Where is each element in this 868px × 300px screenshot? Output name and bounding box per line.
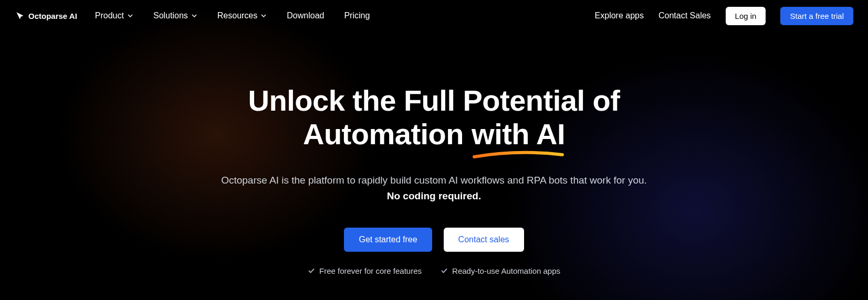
feature-label: Ready-to-use Automation apps [452, 266, 560, 275]
site-header: Octoparse AI Product Solutions Resources… [0, 0, 868, 31]
hero-subtitle-line2: No coding required. [387, 190, 481, 201]
feature-item: Ready-to-use Automation apps [441, 266, 560, 275]
underline-icon [472, 151, 565, 159]
hero-subtitle-line1: Octoparse AI is the platform to rapidly … [221, 175, 647, 186]
nav-item-resources[interactable]: Resources [217, 11, 267, 20]
hero-title-line2-prefix: Automation [303, 117, 472, 151]
nav-label: Solutions [153, 11, 188, 20]
start-trial-button[interactable]: Start a free trial [780, 7, 853, 25]
explore-apps-link[interactable]: Explore apps [595, 11, 644, 20]
nav-label: Product [95, 11, 124, 20]
chevron-down-icon [127, 13, 133, 19]
hero-ctas: Get started free Contact sales [0, 228, 868, 252]
nav-item-pricing[interactable]: Pricing [344, 11, 370, 20]
brand-name: Octoparse AI [28, 12, 77, 20]
hero-title-line1: Unlock the Full Potential of [248, 84, 620, 117]
logo-icon [15, 10, 25, 21]
feature-label: Free forever for core features [319, 266, 422, 275]
check-icon [308, 267, 315, 274]
main-nav: Product Solutions Resources Download Pri… [95, 11, 370, 20]
get-started-button[interactable]: Get started free [344, 228, 432, 252]
hero-title: Unlock the Full Potential of Automation … [0, 84, 868, 152]
check-icon [441, 267, 448, 274]
nav-label: Resources [217, 11, 257, 20]
chevron-down-icon [260, 13, 267, 19]
contact-sales-button[interactable]: Contact sales [444, 228, 524, 252]
hero-title-highlight: with AI [472, 117, 565, 151]
brand-logo[interactable]: Octoparse AI [15, 10, 77, 21]
feature-item: Free forever for core features [308, 266, 422, 275]
chevron-down-icon [191, 13, 197, 19]
hero-section: Unlock the Full Potential of Automation … [0, 31, 868, 275]
nav-label: Download [287, 11, 324, 20]
hero-subtitle: Octoparse AI is the platform to rapidly … [0, 173, 868, 205]
nav-item-solutions[interactable]: Solutions [153, 11, 197, 20]
hero-features: Free forever for core features Ready-to-… [0, 266, 868, 275]
login-button[interactable]: Log in [726, 7, 766, 25]
nav-item-download[interactable]: Download [287, 11, 324, 20]
hero-title-highlight-wrap: with AI [472, 117, 565, 151]
header-right: Explore apps Contact Sales Log in Start … [595, 7, 853, 25]
nav-item-product[interactable]: Product [95, 11, 133, 20]
contact-sales-link[interactable]: Contact Sales [658, 11, 711, 20]
nav-label: Pricing [344, 11, 370, 20]
